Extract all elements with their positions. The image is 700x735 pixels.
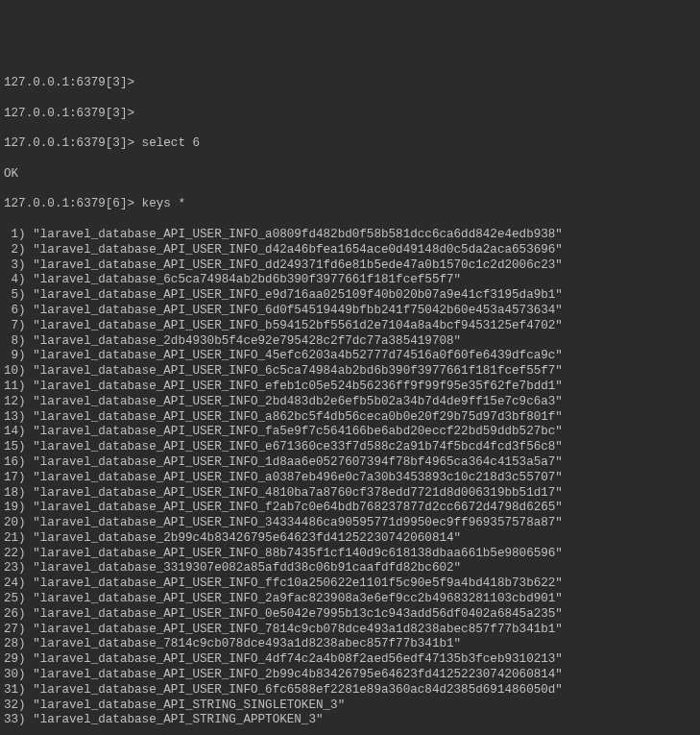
prompt: 127.0.0.1:6379[3]> (4, 76, 134, 89)
key-entry: 31) "laravel_database_API_USER_INFO_6fc6… (4, 683, 696, 698)
key-entry: 18) "laravel_database_API_USER_INFO_4810… (4, 486, 696, 502)
terminal-window[interactable]: 127.0.0.1:6379[3]> 127.0.0.1:6379[3]> 12… (4, 61, 696, 735)
key-entry: 7) "laravel_database_API_USER_INFO_b5941… (4, 319, 696, 334)
key-entry: 26) "laravel_database_API_USER_INFO_0e50… (4, 607, 696, 623)
key-entry: 14) "laravel_database_API_USER_INFO_fa5e… (4, 425, 696, 440)
key-entry: 27) "laravel_database_API_USER_INFO_7814… (4, 623, 696, 638)
key-entry: 29) "laravel_database_API_USER_INFO_4df7… (4, 652, 696, 668)
command-line: 127.0.0.1:6379[6]> keys * (4, 197, 696, 212)
command-line: 127.0.0.1:6379[3]> select 6 (4, 136, 696, 152)
command-text: keys * (142, 197, 185, 210)
key-entry: 13) "laravel_database_API_USER_INFO_a862… (4, 410, 696, 426)
prompt: 127.0.0.1:6379[3]> (4, 136, 134, 150)
key-entry: 5) "laravel_database_API_USER_INFO_e9d71… (4, 288, 696, 304)
key-entry: 12) "laravel_database_API_USER_INFO_2bd4… (4, 395, 696, 410)
key-entry: 33) "laravel_database_API_STRING_APPTOKE… (4, 713, 696, 728)
command-text: select 6 (142, 136, 200, 150)
key-entry: 15) "laravel_database_API_USER_INFO_e671… (4, 440, 696, 455)
key-entry: 4) "laravel_database_6c5ca74984ab2bd6b39… (4, 273, 696, 288)
key-entry: 3) "laravel_database_API_USER_INFO_dd249… (4, 258, 696, 274)
key-entry: 22) "laravel_database_API_USER_INFO_88b7… (4, 547, 696, 562)
key-entry: 32) "laravel_database_API_STRING_SINGLET… (4, 698, 696, 714)
key-entry: 19) "laravel_database_API_USER_INFO_f2ab… (4, 501, 696, 516)
key-entry: 24) "laravel_database_API_USER_INFO_ffc1… (4, 576, 696, 592)
key-entry: 11) "laravel_database_API_USER_INFO_efeb… (4, 380, 696, 395)
key-entry: 21) "laravel_database_2b99c4b83426795e64… (4, 531, 696, 547)
key-entry: 1) "laravel_database_API_USER_INFO_a0809… (4, 228, 696, 243)
keys-output: 1) "laravel_database_API_USER_INFO_a0809… (4, 228, 696, 728)
key-entry: 17) "laravel_database_API_USER_INFO_a038… (4, 471, 696, 486)
prompt: 127.0.0.1:6379[6]> (4, 197, 134, 210)
key-entry: 2) "laravel_database_API_USER_INFO_d42a4… (4, 243, 696, 258)
prompt-line: 127.0.0.1:6379[3]> (4, 107, 696, 122)
key-entry: 30) "laravel_database_API_USER_INFO_2b99… (4, 668, 696, 683)
key-entry: 28) "laravel_database_7814c9cb078dce493a… (4, 637, 696, 652)
prompt: 127.0.0.1:6379[3]> (4, 107, 134, 120)
key-entry: 8) "laravel_database_2db4930b5f4ce92e795… (4, 334, 696, 350)
key-entry: 9) "laravel_database_API_USER_INFO_45efc… (4, 349, 696, 364)
key-entry: 25) "laravel_database_API_USER_INFO_2a9f… (4, 592, 696, 607)
key-entry: 10) "laravel_database_API_USER_INFO_6c5c… (4, 364, 696, 380)
key-entry: 16) "laravel_database_API_USER_INFO_1d8a… (4, 455, 696, 471)
key-entry: 23) "laravel_database_3319307e082a85afdd… (4, 561, 696, 576)
response-line: OK (4, 167, 696, 183)
key-entry: 20) "laravel_database_API_USER_INFO_3433… (4, 516, 696, 531)
prompt-line: 127.0.0.1:6379[3]> (4, 76, 696, 91)
key-entry: 6) "laravel_database_API_USER_INFO_6d0f5… (4, 304, 696, 319)
